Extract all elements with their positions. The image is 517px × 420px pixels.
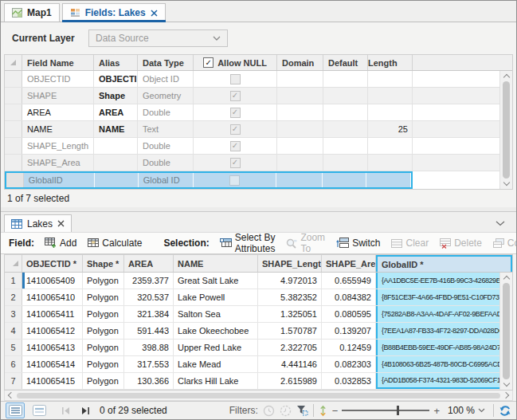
allow-null-cell[interactable]: ✓ [194, 104, 277, 120]
allow-null-checkbox[interactable]: ✓ [230, 108, 241, 118]
close-icon[interactable] [57, 220, 65, 227]
next-record-button[interactable] [80, 406, 90, 415]
row-number[interactable]: 1 [5, 273, 22, 289]
default-cell[interactable] [323, 71, 368, 87]
col-header-shape[interactable]: Shape * [83, 255, 124, 272]
calculate-button[interactable]: Calculate [84, 236, 146, 250]
allow-null-cell[interactable]: ✓ [194, 121, 277, 137]
col-header-field-name[interactable]: Field Name [22, 55, 94, 70]
alias-cell[interactable]: OBJECTID [94, 71, 138, 87]
data-type-cell[interactable]: Double [138, 155, 194, 171]
tab-map1[interactable]: Map1 [4, 3, 60, 22]
table-vertical-scrollbar[interactable] [499, 273, 512, 390]
allow-null-checkbox[interactable]: ✓ [230, 158, 241, 168]
field-name-cell[interactable]: OBJECTID [22, 71, 94, 87]
shape-length-cell[interactable]: 1.325051 [258, 306, 322, 322]
shape-cell[interactable]: Polygon [83, 356, 124, 372]
col-header-alias[interactable]: Alias [94, 55, 138, 70]
switch-selection-button[interactable]: Switch [332, 236, 384, 250]
domain-cell[interactable] [276, 173, 323, 187]
default-cell[interactable] [323, 138, 368, 154]
field-name-cell[interactable]: SHAPE_Area [22, 155, 94, 171]
alias-cell[interactable]: Shape [94, 88, 138, 104]
domain-cell[interactable] [277, 71, 323, 87]
data-type-cell[interactable]: Text [138, 121, 194, 137]
col-header-area[interactable]: AREA [124, 255, 174, 272]
add-field-button[interactable]: Add [41, 236, 80, 250]
area-cell[interactable]: 321.384 [124, 306, 174, 322]
globalid-cell[interactable]: {ADD1B058-F374-4321-983D-52069CF1BFCB} [376, 373, 512, 389]
shape-cell[interactable]: Polygon [83, 306, 124, 322]
objectid-cell[interactable]: 1410065414 [22, 356, 83, 372]
row-number[interactable]: 7 [5, 373, 22, 389]
shape-length-cell[interactable]: 1.570787 [258, 323, 322, 339]
allow-null-header-checkbox[interactable]: ✓ [203, 57, 213, 68]
col-header-objectid[interactable]: OBJECTID * [22, 255, 83, 272]
row-number[interactable]: 5 [5, 340, 22, 355]
zoom-level-dropdown[interactable]: 100 % [445, 404, 488, 417]
length-cell[interactable] [368, 71, 413, 87]
globalid-cell[interactable]: {B88B4EBB-59EE-49DF-AB85-98A24D72277D} [376, 340, 512, 355]
area-cell[interactable]: 320.537 [124, 289, 174, 305]
alias-cell[interactable]: AREA [94, 104, 138, 120]
zoom-to-button[interactable]: Zoom To [282, 230, 329, 256]
select-all-corner[interactable] [5, 55, 22, 70]
shape-cell[interactable]: Polygon [83, 340, 124, 355]
length-cell[interactable] [366, 173, 411, 187]
data-type-cell[interactable]: Object ID [138, 71, 194, 87]
area-cell[interactable]: 2359.377 [124, 273, 174, 289]
data-type-cell[interactable]: Double [138, 138, 194, 154]
table-row[interactable]: 4 1410065412 Polygon 591.443 Lake Okeech… [5, 323, 512, 340]
alias-cell[interactable] [94, 155, 138, 171]
table-row[interactable]: 5 1410065413 Polygon 398.88 Upper Red La… [5, 340, 512, 356]
default-cell[interactable] [323, 173, 367, 187]
col-header-name[interactable]: NAME [174, 255, 258, 272]
area-cell[interactable]: 398.88 [124, 340, 174, 355]
tab-fields-lakes[interactable]: Fields: Lakes [62, 3, 166, 22]
field-row-shape-length[interactable]: SHAPE_Length Double ✓ [5, 138, 512, 155]
table-view-button[interactable] [6, 402, 25, 418]
shape-length-cell[interactable]: 2.322705 [258, 340, 322, 355]
alias-cell[interactable]: NAME [94, 121, 138, 137]
row-number[interactable]: 3 [5, 306, 22, 322]
field-row-globalid-selected[interactable]: GlobalID Global ID ✓ [5, 171, 512, 189]
shape-area-cell[interactable]: 0.12459 [322, 340, 376, 355]
shape-length-cell[interactable]: 4.972013 [258, 273, 322, 289]
scroll-left-icon[interactable] [8, 392, 14, 398]
shape-area-cell[interactable]: 0.139207 [322, 323, 376, 339]
field-name-cell[interactable]: GlobalID [24, 173, 95, 187]
scroll-down-icon[interactable] [503, 380, 509, 387]
name-cell[interactable]: Great Salt Lake [174, 273, 258, 289]
tab-lakes-table[interactable]: Lakes [4, 214, 72, 232]
select-all-corner[interactable] [5, 255, 22, 272]
allow-null-cell[interactable]: ✓ [194, 155, 277, 171]
domain-cell[interactable] [277, 155, 323, 171]
field-name-cell[interactable]: SHAPE [22, 88, 94, 104]
current-layer-dropdown[interactable]: Data Source [88, 29, 228, 47]
globalid-cell[interactable]: {AA1DBC5E-EE7B-416B-99C3-426829BBAE15} [376, 273, 512, 289]
previous-record-button[interactable] [61, 406, 71, 415]
col-header-globalid-selected[interactable]: GlobalID * [376, 255, 512, 272]
data-type-cell[interactable]: Global ID [139, 173, 194, 187]
shape-length-cell[interactable]: 4.441146 [258, 356, 322, 372]
col-header-default[interactable]: Default [323, 55, 368, 70]
shape-length-cell[interactable]: 5.382352 [258, 289, 322, 305]
field-name-cell[interactable]: NAME [22, 121, 94, 137]
row-handle[interactable] [5, 138, 22, 154]
allow-null-checkbox[interactable]: ✓ [230, 141, 241, 151]
col-header-data-type[interactable]: Data Type [138, 55, 194, 70]
default-cell[interactable] [323, 121, 368, 137]
shape-area-cell[interactable]: 0.655949 [322, 273, 376, 289]
objectid-cell[interactable]: 1410065410 [22, 289, 83, 305]
col-header-allow-null[interactable]: ✓ Allow NULL [194, 55, 277, 70]
close-icon[interactable] [151, 10, 158, 17]
domain-cell[interactable] [277, 138, 323, 154]
select-by-attributes-button[interactable]: Select By Attributes [216, 230, 280, 256]
time-filter-icon[interactable] [263, 405, 275, 417]
shape-cell[interactable]: Polygon [83, 289, 124, 305]
length-cell[interactable] [368, 104, 413, 120]
name-cell[interactable]: Lake Okeechobee [174, 323, 258, 339]
table-row[interactable]: 2 1410065410 Polygon 320.537 Lake Powell… [5, 289, 512, 306]
range-filter-icon[interactable] [280, 405, 292, 417]
allow-null-checkbox[interactable]: ✓ [230, 91, 241, 101]
